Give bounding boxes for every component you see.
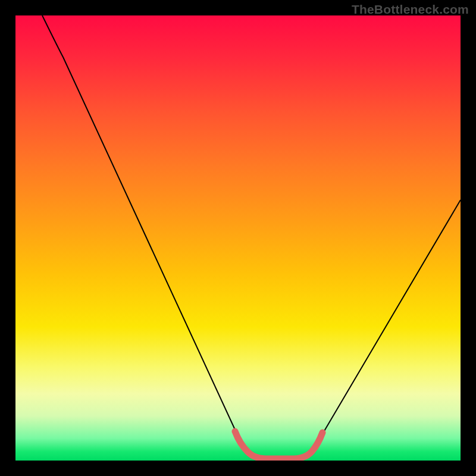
chart-frame: TheBottleneck.com (0, 0, 476, 476)
watermark-text: TheBottleneck.com (352, 2, 469, 17)
bottleneck-curve (42, 15, 461, 458)
plot-area (15, 15, 461, 461)
highlight-band (235, 431, 322, 459)
curve-layer (15, 15, 461, 461)
